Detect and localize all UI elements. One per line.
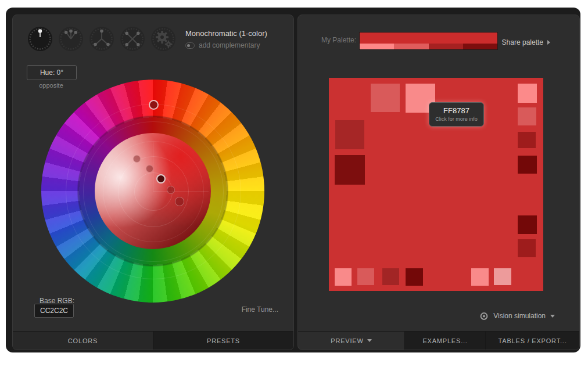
preview-square[interactable] xyxy=(406,268,423,286)
tooltip-hex-value: FF8787 xyxy=(429,106,483,115)
hue-value-box[interactable]: Hue: 0° xyxy=(27,65,77,80)
palette-variant-swatch[interactable] xyxy=(429,44,463,49)
preview-square[interactable] xyxy=(518,156,537,174)
share-palette-label: Share palette xyxy=(502,38,543,46)
preview-square[interactable] xyxy=(335,155,365,185)
fine-tune-link[interactable]: Fine Tune... xyxy=(242,305,278,314)
hue-marker-handle[interactable] xyxy=(149,100,159,110)
arrow-right-icon xyxy=(547,40,550,45)
app-window: Monochromatic (1-color) add complementar… xyxy=(6,8,580,352)
scheme-type-selector xyxy=(27,26,176,52)
tab-tables-export[interactable]: TABLES / EXPORT... xyxy=(485,332,579,350)
preview-square[interactable] xyxy=(335,268,352,286)
toggle-pill-icon[interactable] xyxy=(185,42,195,49)
variant-dot[interactable] xyxy=(167,186,175,194)
preview-square[interactable] xyxy=(357,268,374,285)
palette-bar[interactable] xyxy=(360,33,497,49)
preview-square[interactable] xyxy=(382,268,399,285)
add-complementary-label: add complementary xyxy=(199,41,260,49)
preview-square[interactable] xyxy=(518,107,536,125)
tab-presets[interactable]: PRESETS xyxy=(153,332,293,350)
opposite-link[interactable]: opposite xyxy=(27,82,76,89)
field-grid-circle xyxy=(103,141,204,242)
vision-simulation-label: Vision simulation xyxy=(493,312,546,320)
preview-square[interactable] xyxy=(494,268,511,285)
vision-simulation-dropdown[interactable]: Vision simulation xyxy=(479,312,555,320)
left-tab-strip: COLORS PRESETS xyxy=(13,331,293,350)
my-palette-label: My Palette: xyxy=(321,36,356,44)
saturation-brightness-field[interactable] xyxy=(95,133,211,249)
palette-variant-swatch[interactable] xyxy=(394,44,428,49)
chevron-down-icon xyxy=(550,315,555,318)
selected-variant-dot[interactable] xyxy=(156,174,166,184)
monochromatic-scheme-icon[interactable] xyxy=(27,26,53,52)
adjacent-scheme-icon[interactable] xyxy=(58,26,84,52)
tab-preview-label: PREVIEW xyxy=(331,337,363,344)
preview-square[interactable] xyxy=(518,215,537,234)
preview-square[interactable] xyxy=(518,84,537,103)
chevron-down-icon xyxy=(367,339,372,342)
eye-icon xyxy=(479,312,489,320)
right-tab-strip: PREVIEW EXAMPLES... TABLES / EXPORT... xyxy=(298,331,579,350)
palette-variants xyxy=(360,44,497,49)
scheme-title-block: Monochromatic (1-color) add complementar… xyxy=(185,29,267,49)
tab-preview[interactable]: PREVIEW xyxy=(298,332,404,350)
preview-square[interactable] xyxy=(518,239,536,257)
base-rgb-input[interactable] xyxy=(34,304,74,318)
preview-area[interactable]: FF8787 Click for more info xyxy=(329,78,543,291)
freestyle-scheme-icon[interactable] xyxy=(150,26,176,52)
color-tooltip[interactable]: FF8787 Click for more info xyxy=(429,102,484,127)
inactive-tabs-group: EXAMPLES... TABLES / EXPORT... xyxy=(404,332,579,350)
field-grid-axis xyxy=(153,191,209,192)
scheme-title: Monochromatic (1-color) xyxy=(185,29,267,38)
tab-colors[interactable]: COLORS xyxy=(13,332,153,350)
add-complementary-toggle[interactable]: add complementary xyxy=(185,41,267,49)
color-wheel[interactable] xyxy=(41,80,264,303)
preview-square[interactable] xyxy=(518,132,536,148)
tetrad-scheme-icon[interactable] xyxy=(120,26,145,52)
tooltip-note: Click for more info xyxy=(429,116,483,122)
preview-square[interactable] xyxy=(335,120,364,149)
preview-panel: My Palette: Share palette FF8787 Click f… xyxy=(297,15,580,350)
palette-variant-swatch[interactable] xyxy=(360,44,394,49)
palette-base-swatch[interactable] xyxy=(360,33,497,44)
variant-dot[interactable] xyxy=(146,165,153,172)
share-palette-link[interactable]: Share palette xyxy=(502,38,550,46)
scheme-panel: Monochromatic (1-color) add complementar… xyxy=(12,15,294,350)
preview-square[interactable] xyxy=(371,84,400,112)
preview-square[interactable] xyxy=(471,268,489,286)
palette-variant-swatch[interactable] xyxy=(463,44,497,49)
tab-examples[interactable]: EXAMPLES... xyxy=(404,332,485,350)
variant-dot[interactable] xyxy=(175,197,184,206)
variant-dot[interactable] xyxy=(133,155,141,163)
triad-scheme-icon[interactable] xyxy=(89,26,114,52)
